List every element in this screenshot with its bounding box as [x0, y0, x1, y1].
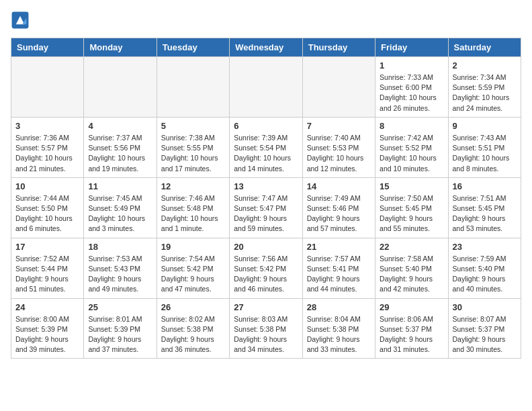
- calendar-cell: 5Sunrise: 7:38 AM Sunset: 5:55 PM Daylig…: [157, 117, 229, 177]
- day-number: 23: [453, 242, 517, 252]
- calendar-cell: 10Sunrise: 7:44 AM Sunset: 5:50 PM Dayli…: [11, 177, 84, 238]
- day-number: 5: [161, 121, 225, 131]
- calendar-cell: 25Sunrise: 8:01 AM Sunset: 5:39 PM Dayli…: [84, 298, 157, 359]
- day-number: 8: [380, 121, 443, 131]
- calendar-cell: 28Sunrise: 8:04 AM Sunset: 5:38 PM Dayli…: [302, 298, 375, 359]
- day-number: 30: [453, 302, 517, 312]
- day-number: 3: [15, 121, 79, 131]
- day-info: Sunrise: 8:07 AM Sunset: 5:37 PM Dayligh…: [453, 314, 517, 355]
- col-header-thursday: Thursday: [302, 38, 375, 57]
- calendar-cell: [157, 57, 229, 118]
- calendar-cell: 27Sunrise: 8:03 AM Sunset: 5:38 PM Dayli…: [230, 298, 302, 359]
- calendar-cell: 20Sunrise: 7:56 AM Sunset: 5:42 PM Dayli…: [230, 238, 302, 298]
- day-number: 26: [161, 302, 225, 312]
- day-number: 9: [453, 121, 517, 131]
- calendar-cell: 6Sunrise: 7:39 AM Sunset: 5:54 PM Daylig…: [230, 117, 302, 177]
- calendar-week-1: 1Sunrise: 7:33 AM Sunset: 6:00 PM Daylig…: [11, 57, 521, 118]
- day-info: Sunrise: 7:44 AM Sunset: 5:50 PM Dayligh…: [15, 193, 79, 234]
- calendar-cell: 12Sunrise: 7:46 AM Sunset: 5:48 PM Dayli…: [157, 177, 229, 238]
- page-header: [11, 11, 521, 30]
- calendar-cell: [11, 57, 84, 118]
- day-info: Sunrise: 7:58 AM Sunset: 5:40 PM Dayligh…: [380, 254, 443, 295]
- day-info: Sunrise: 7:38 AM Sunset: 5:55 PM Dayligh…: [161, 133, 225, 174]
- day-number: 11: [88, 181, 152, 191]
- day-number: 24: [15, 302, 79, 312]
- calendar-week-5: 24Sunrise: 8:00 AM Sunset: 5:39 PM Dayli…: [11, 298, 521, 359]
- day-info: Sunrise: 8:04 AM Sunset: 5:38 PM Dayligh…: [307, 314, 371, 355]
- calendar-cell: 21Sunrise: 7:57 AM Sunset: 5:41 PM Dayli…: [302, 238, 375, 298]
- day-info: Sunrise: 7:36 AM Sunset: 5:57 PM Dayligh…: [15, 133, 79, 174]
- day-info: Sunrise: 7:50 AM Sunset: 5:45 PM Dayligh…: [380, 193, 443, 234]
- day-info: Sunrise: 7:52 AM Sunset: 5:44 PM Dayligh…: [15, 254, 79, 295]
- calendar-cell: 16Sunrise: 7:51 AM Sunset: 5:45 PM Dayli…: [448, 177, 521, 238]
- day-number: 16: [453, 181, 517, 191]
- calendar-week-2: 3Sunrise: 7:36 AM Sunset: 5:57 PM Daylig…: [11, 117, 521, 177]
- col-header-monday: Monday: [84, 38, 157, 57]
- day-info: Sunrise: 7:42 AM Sunset: 5:52 PM Dayligh…: [380, 133, 443, 174]
- day-number: 7: [307, 121, 371, 131]
- day-info: Sunrise: 7:57 AM Sunset: 5:41 PM Dayligh…: [307, 254, 371, 295]
- day-info: Sunrise: 8:02 AM Sunset: 5:38 PM Dayligh…: [161, 314, 225, 355]
- calendar-cell: 17Sunrise: 7:52 AM Sunset: 5:44 PM Dayli…: [11, 238, 84, 298]
- day-info: Sunrise: 7:33 AM Sunset: 6:00 PM Dayligh…: [380, 73, 443, 113]
- day-number: 1: [380, 60, 443, 71]
- day-number: 17: [15, 242, 79, 252]
- logo: [11, 11, 32, 30]
- col-header-sunday: Sunday: [11, 38, 84, 57]
- day-info: Sunrise: 7:34 AM Sunset: 5:59 PM Dayligh…: [453, 73, 517, 113]
- calendar-cell: [302, 57, 375, 118]
- day-number: 29: [380, 302, 443, 312]
- day-info: Sunrise: 7:49 AM Sunset: 5:46 PM Dayligh…: [307, 193, 371, 234]
- day-number: 14: [307, 181, 371, 191]
- day-number: 22: [380, 242, 443, 252]
- day-number: 6: [234, 121, 298, 131]
- calendar-cell: 15Sunrise: 7:50 AM Sunset: 5:45 PM Dayli…: [375, 177, 448, 238]
- calendar-cell: 7Sunrise: 7:40 AM Sunset: 5:53 PM Daylig…: [302, 117, 375, 177]
- calendar-header-row: SundayMondayTuesdayWednesdayThursdayFrid…: [11, 38, 521, 57]
- day-info: Sunrise: 7:47 AM Sunset: 5:47 PM Dayligh…: [234, 193, 298, 234]
- day-info: Sunrise: 7:51 AM Sunset: 5:45 PM Dayligh…: [453, 193, 517, 234]
- day-number: 21: [307, 242, 371, 252]
- day-info: Sunrise: 7:53 AM Sunset: 5:43 PM Dayligh…: [88, 254, 152, 295]
- calendar-cell: 9Sunrise: 7:43 AM Sunset: 5:51 PM Daylig…: [448, 117, 521, 177]
- calendar-cell: 1Sunrise: 7:33 AM Sunset: 6:00 PM Daylig…: [375, 57, 448, 118]
- day-info: Sunrise: 8:03 AM Sunset: 5:38 PM Dayligh…: [234, 314, 298, 355]
- day-info: Sunrise: 7:54 AM Sunset: 5:42 PM Dayligh…: [161, 254, 225, 295]
- calendar-cell: 8Sunrise: 7:42 AM Sunset: 5:52 PM Daylig…: [375, 117, 448, 177]
- col-header-tuesday: Tuesday: [157, 38, 229, 57]
- day-info: Sunrise: 8:06 AM Sunset: 5:37 PM Dayligh…: [380, 314, 443, 355]
- day-info: Sunrise: 7:45 AM Sunset: 5:49 PM Dayligh…: [88, 193, 152, 234]
- calendar-week-3: 10Sunrise: 7:44 AM Sunset: 5:50 PM Dayli…: [11, 177, 521, 238]
- day-number: 12: [161, 181, 225, 191]
- col-header-wednesday: Wednesday: [230, 38, 302, 57]
- col-header-saturday: Saturday: [448, 38, 521, 57]
- day-info: Sunrise: 8:00 AM Sunset: 5:39 PM Dayligh…: [15, 314, 79, 355]
- calendar-week-4: 17Sunrise: 7:52 AM Sunset: 5:44 PM Dayli…: [11, 238, 521, 298]
- calendar-cell: 19Sunrise: 7:54 AM Sunset: 5:42 PM Dayli…: [157, 238, 229, 298]
- day-number: 18: [88, 242, 152, 252]
- day-number: 13: [234, 181, 298, 191]
- day-number: 19: [161, 242, 225, 252]
- calendar-cell: 22Sunrise: 7:58 AM Sunset: 5:40 PM Dayli…: [375, 238, 448, 298]
- calendar-cell: [84, 57, 157, 118]
- day-number: 20: [234, 242, 298, 252]
- calendar-cell: 18Sunrise: 7:53 AM Sunset: 5:43 PM Dayli…: [84, 238, 157, 298]
- day-info: Sunrise: 7:59 AM Sunset: 5:40 PM Dayligh…: [453, 254, 517, 295]
- day-number: 15: [380, 181, 443, 191]
- day-number: 27: [234, 302, 298, 312]
- calendar-cell: 30Sunrise: 8:07 AM Sunset: 5:37 PM Dayli…: [448, 298, 521, 359]
- day-number: 4: [88, 121, 152, 131]
- calendar-cell: 26Sunrise: 8:02 AM Sunset: 5:38 PM Dayli…: [157, 298, 229, 359]
- day-info: Sunrise: 8:01 AM Sunset: 5:39 PM Dayligh…: [88, 314, 152, 355]
- calendar-cell: 4Sunrise: 7:37 AM Sunset: 5:56 PM Daylig…: [84, 117, 157, 177]
- day-info: Sunrise: 7:56 AM Sunset: 5:42 PM Dayligh…: [234, 254, 298, 295]
- calendar-cell: 14Sunrise: 7:49 AM Sunset: 5:46 PM Dayli…: [302, 177, 375, 238]
- day-number: 2: [453, 60, 517, 71]
- col-header-friday: Friday: [375, 38, 448, 57]
- calendar-cell: 11Sunrise: 7:45 AM Sunset: 5:49 PM Dayli…: [84, 177, 157, 238]
- day-info: Sunrise: 7:46 AM Sunset: 5:48 PM Dayligh…: [161, 193, 225, 234]
- day-info: Sunrise: 7:40 AM Sunset: 5:53 PM Dayligh…: [307, 133, 371, 174]
- calendar-cell: 3Sunrise: 7:36 AM Sunset: 5:57 PM Daylig…: [11, 117, 84, 177]
- day-info: Sunrise: 7:37 AM Sunset: 5:56 PM Dayligh…: [88, 133, 152, 174]
- calendar-cell: 23Sunrise: 7:59 AM Sunset: 5:40 PM Dayli…: [448, 238, 521, 298]
